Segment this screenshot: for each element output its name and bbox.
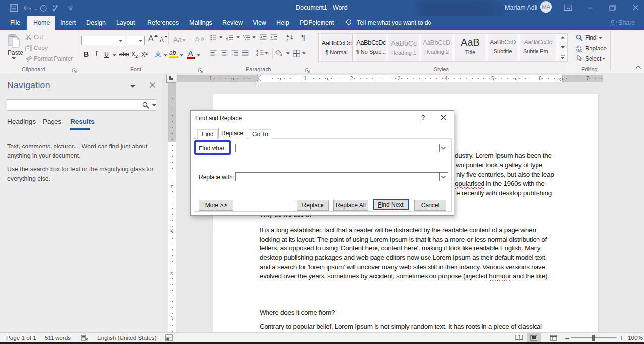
svg-text:ABC: ABC [53,4,59,8]
svg-text:3: 3 [226,39,228,41]
svg-text:ac: ac [577,48,582,52]
svg-text:Z: Z [286,38,289,41]
